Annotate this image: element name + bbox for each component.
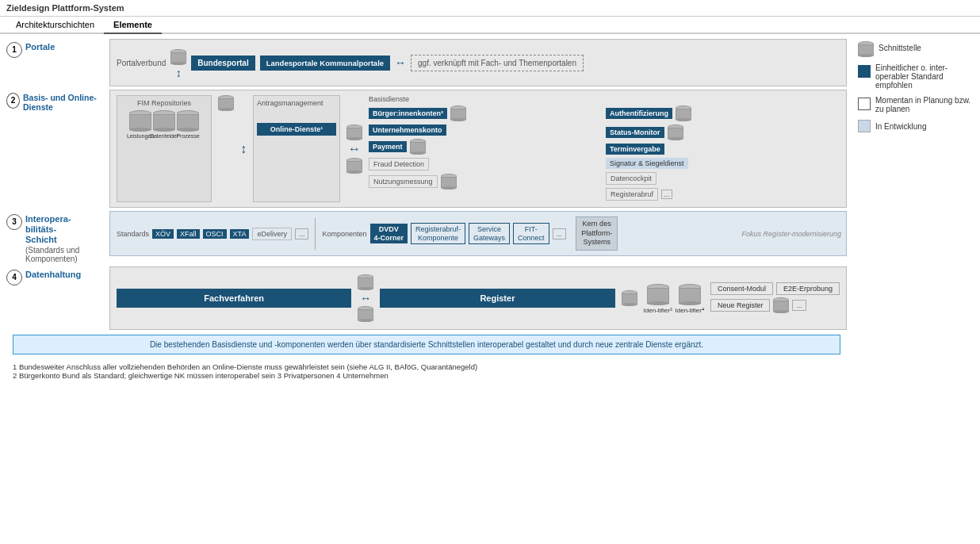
layer3-label: 3 Interopera-bilitäts-Schicht (Standards… xyxy=(6,211,109,263)
top-title: Zieldesign Plattform-System xyxy=(0,0,980,17)
layer3-row: 3 Interopera-bilitäts-Schicht (Standards… xyxy=(6,211,847,263)
layer2-content: FIM Repositories Leistungen Datenfelder xyxy=(109,90,847,208)
layer4-name: Datenhaltung xyxy=(25,270,81,279)
legend: Schnittstelle Einheitlicher o. inter-ope… xyxy=(853,34,980,388)
arrow-h-1: ↔ xyxy=(395,56,406,69)
consent-section: Consent-Modul E2E-Erprobung Neue Registe… xyxy=(710,282,840,313)
fim-box: FIM Repositories Leistungen Datenfelder xyxy=(117,95,212,202)
komp-label: Komponenten xyxy=(322,230,366,238)
bd-register: Registerabruf ... xyxy=(606,188,840,201)
bd-right: Authentifizierung Status-Monitor Terminv… xyxy=(606,105,840,202)
layer1-row: 1 Portale Portalverbund ↕ Bundesportal L… xyxy=(6,39,847,86)
fokus-label: Fokus Register-modernisierung xyxy=(742,230,844,238)
e2e-btn: E2E-Erprobung xyxy=(776,282,840,295)
komponenten-section: Komponenten DVDV4-Corner Registerabruf-K… xyxy=(322,223,566,245)
landesportale-btn: Landesportale Kommunalportale xyxy=(260,56,390,71)
portalverbund-label: Portalverbund xyxy=(117,59,166,67)
std-dots: ... xyxy=(295,228,309,239)
consent-btn: Consent-Modul xyxy=(710,282,773,295)
arrows-fach-reg: ↔ xyxy=(358,274,373,322)
bd-buerger: Bürger:innenkonten² xyxy=(369,105,603,121)
arrow-v-1: ↕ xyxy=(176,67,182,79)
layer1-label: 1 Portale xyxy=(6,39,109,86)
bd-status: Status-Monitor xyxy=(606,125,840,140)
cyl-prozesse: Prozesse xyxy=(177,110,199,139)
layer4-label: 4 Datenhaltung xyxy=(6,266,109,330)
legend-light: In Entwicklung xyxy=(858,120,975,132)
standards-section: Standards XÖV XFall OSCI XTA eDelivery .… xyxy=(117,228,308,240)
std-xoev: XÖV xyxy=(152,229,174,239)
portale-box: Portalverbund ↕ Bundesportal Landesporta… xyxy=(109,39,847,86)
bd-auth: Authentifizierung xyxy=(606,105,840,121)
arrows-center: ↔ xyxy=(346,125,362,174)
bd-signatur: Signatur & Siegeldienst xyxy=(606,158,840,169)
legend-schnitt: Schnittstelle xyxy=(858,39,975,57)
main-layout: 1 Portale Portalverbund ↕ Bundesportal L… xyxy=(0,34,980,388)
legend-outline: Momentan in Planung bzw. zu planen xyxy=(858,96,975,113)
layer2-num: 2 xyxy=(6,93,20,109)
layer3-box: Standards XÖV XFall OSCI XTA eDelivery .… xyxy=(109,211,847,256)
cyl-leistungen: Leistungen xyxy=(129,110,151,139)
layer2-name: Basis- und Online-Dienste xyxy=(23,93,109,112)
komp-fit-connect: FIT-Connect xyxy=(513,223,549,245)
bd-termin: Terminvergabe xyxy=(606,144,840,155)
tab-elemente[interactable]: Elemente xyxy=(104,17,162,34)
layer3-sub: (Standards undKomponenten) xyxy=(25,246,79,263)
komp-dots: ... xyxy=(553,228,567,239)
layer4-row: 4 Datenhaltung Fachverfahren ↔ Register xyxy=(6,266,847,330)
fim-cylinders: Leistungen Datenfelder Prozesse xyxy=(121,110,208,139)
basisdienste-section: Basisdienste Bürger:innenkonten² Unterne… xyxy=(369,95,840,202)
ident1-box: Iden-tifier³ xyxy=(644,282,672,314)
bottom-note: Die bestehenden Basisdienste und -kompon… xyxy=(13,335,840,354)
cyl-datenfelder: Datenfelder xyxy=(153,110,175,139)
ident2-box: Iden-tifier⁴ xyxy=(676,282,704,314)
tab-architekturschichten[interactable]: Architekturschichten xyxy=(6,17,104,34)
bd-nutzung: Nutzungsmessung xyxy=(369,174,603,190)
ggf-box: ggf. verknüpft mit Fach- und Themenporta… xyxy=(411,55,584,71)
neue-btn: Neue Register xyxy=(710,299,771,312)
bd-payment: Payment xyxy=(369,139,603,155)
footnote-1: 1 Bundesweiter Anschluss aller vollziehe… xyxy=(13,362,840,371)
layer3-name: Interopera-bilitäts-Schicht xyxy=(25,214,71,244)
std-xta: XTA xyxy=(230,229,250,239)
dots-btn-4: ... xyxy=(792,300,806,311)
komp-service-gateways: ServiceGateways xyxy=(469,223,510,245)
basisdienste-grid: Bürger:innenkonten² Unternehmenskonto Pa… xyxy=(369,105,840,202)
bd-fraud: Fraud Detection xyxy=(369,158,603,170)
kern-box: Kern desPlattform-Systems xyxy=(576,216,618,251)
layer2-box: FIM Repositories Leistungen Datenfelder xyxy=(109,90,847,208)
layer2-label: 2 Basis- und Online-Dienste xyxy=(6,90,109,208)
schnitt-fim xyxy=(218,95,234,202)
light-icon-legend xyxy=(858,120,871,132)
bd-unternehmenskonto: Unternehmenskonto xyxy=(369,125,603,136)
layer4-content: Fachverfahren ↔ Register xyxy=(109,266,847,330)
layer4-box: Fachverfahren ↔ Register xyxy=(109,266,847,330)
layer3-content: Standards XÖV XFall OSCI XTA eDelivery .… xyxy=(109,211,847,263)
fachverfahren-btn: Fachverfahren xyxy=(117,289,351,308)
layer1-num: 1 xyxy=(6,42,22,58)
arrow-up-down-1: ↕ xyxy=(170,46,186,79)
arrow-fim: ↕ xyxy=(240,142,247,156)
bd-left: Bürger:innenkonten² Unternehmenskonto Pa… xyxy=(369,105,603,202)
antrags-title: Antragsmanagement xyxy=(257,99,336,107)
blue-icon-legend xyxy=(858,65,871,78)
schnitt-icon-legend xyxy=(858,39,874,57)
basisdienste-title: Basisdienste xyxy=(369,95,840,103)
std-edelivery: eDelivery xyxy=(252,228,292,240)
antrags-box: Antragsmanagement Online-Dienste¹ xyxy=(253,95,340,202)
schnitt-icon-1 xyxy=(170,46,186,65)
layer1-content: Portalverbund ↕ Bundesportal Landesporta… xyxy=(109,39,847,86)
tabs-bar: Architekturschichten Elemente xyxy=(0,17,980,34)
layer4-num: 4 xyxy=(6,270,22,285)
layer1-name: Portale xyxy=(25,42,55,52)
standards-label: Standards xyxy=(117,230,149,238)
layer3-num: 3 xyxy=(6,214,22,230)
komp-registerabruf: Registerabruf-Komponente xyxy=(411,223,465,245)
legend-blue: Einheitlicher o. inter-operabler Standar… xyxy=(858,63,975,90)
sep-line-3 xyxy=(315,218,316,250)
identifier-section: Iden-tifier³ Iden-tifier⁴ xyxy=(644,282,704,314)
bd-datencockpit: Datencockpit xyxy=(606,172,840,185)
online-dienste-btn: Online-Dienste¹ xyxy=(257,123,336,136)
komp-dvdv: DVDV4-Corner xyxy=(370,224,408,244)
schnitt-reg-right xyxy=(622,290,637,306)
